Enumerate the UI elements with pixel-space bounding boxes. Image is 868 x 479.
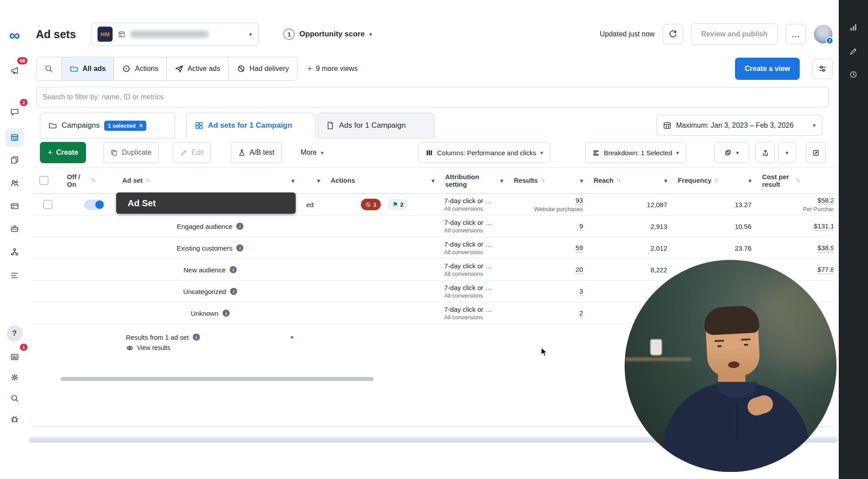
table-header-row: Off / On↑↓ Ad set↑↓▾ ▾ Actions▾ Attribut…	[33, 167, 833, 194]
sort-icon[interactable]: ↑↓	[796, 177, 799, 184]
cost-value[interactable]: $77.87	[817, 266, 833, 274]
chevron-down-icon[interactable]: ▾	[291, 178, 294, 184]
chevron-down-icon[interactable]: ▾	[580, 178, 583, 184]
export-button[interactable]	[755, 142, 775, 163]
row-checkbox[interactable]	[43, 200, 52, 209]
cost-value[interactable]: $131.12	[814, 222, 833, 231]
review-and-publish-button[interactable]: Review and publish	[691, 24, 778, 45]
target-icon	[122, 64, 131, 73]
selected-filter-badge[interactable]: 1 selected ×	[104, 121, 146, 131]
sidebar-item-report-bug[interactable]	[5, 410, 24, 428]
chevron-down-icon[interactable]: ▾	[431, 178, 434, 184]
sidebar-item-billing[interactable]	[5, 197, 24, 216]
tab-ads[interactable]: Ads for 1 Campaign	[317, 113, 434, 138]
column-cost-per-result[interactable]: Cost per result	[762, 173, 793, 188]
info-icon[interactable]: i	[236, 244, 243, 251]
sidebar-item-all-tools[interactable]	[5, 266, 24, 285]
horizontal-scrollbar[interactable]	[61, 377, 374, 381]
pencil-icon[interactable]	[849, 47, 858, 56]
view-tab-active-ads[interactable]: Active ads	[167, 57, 229, 80]
more-menu-button[interactable]: …	[786, 24, 806, 44]
info-icon[interactable]: i	[230, 266, 237, 273]
column-actions[interactable]: Actions	[331, 177, 355, 184]
breakdown-icon	[592, 149, 600, 157]
sidebar-item-updates[interactable]: 1	[5, 348, 24, 366]
sidebar-item-audiences[interactable]	[5, 174, 24, 192]
cost-value[interactable]: $58.26	[817, 196, 833, 205]
documents-icon	[10, 156, 19, 165]
create-a-view-button[interactable]: Create a view	[735, 58, 800, 80]
sidebar-item-settings[interactable]	[5, 368, 24, 387]
columns-dropdown[interactable]: Columns: Performance and clicks ▾	[418, 142, 550, 163]
breakdown-dropdown[interactable]: Breakdown: 1 Selected ▾	[585, 142, 686, 163]
view-settings-button[interactable]	[812, 59, 833, 79]
view-tab-all-ads[interactable]: All ads	[62, 57, 114, 80]
open-charts-button[interactable]	[806, 142, 825, 163]
column-reach[interactable]: Reach	[594, 177, 614, 184]
edit-button[interactable]: Edit	[173, 142, 211, 163]
ad-set-toggle[interactable]	[84, 200, 105, 210]
view-tab-actions[interactable]: Actions	[114, 57, 166, 80]
more-views-link[interactable]: + 9 more views	[307, 64, 358, 73]
results-value[interactable]: 3	[579, 287, 583, 296]
info-icon[interactable]: i	[223, 310, 230, 317]
chevron-down-icon[interactable]: ▾	[500, 178, 503, 184]
column-off-on[interactable]: Off / On	[67, 173, 88, 188]
export-options-dropdown[interactable]: ▾	[778, 142, 796, 163]
sort-icon[interactable]: ↑↓	[145, 177, 149, 184]
date-range-picker[interactable]: Maximum: Jan 3, 2023 – Feb 3, 2026 ▾	[656, 115, 822, 136]
column-results[interactable]: Results	[514, 177, 538, 184]
chevron-down-icon[interactable]: ▾	[664, 178, 667, 184]
chevron-down-icon[interactable]: ▾	[290, 334, 293, 340]
tab-ad-sets[interactable]: Ad sets for 1 Campaign	[186, 113, 316, 138]
results-value[interactable]: 59	[575, 244, 583, 252]
signal-bars-icon[interactable]	[849, 23, 858, 32]
sidebar-item-assets[interactable]	[5, 243, 24, 261]
close-icon[interactable]: ×	[139, 122, 143, 129]
tab-campaigns[interactable]: Campaigns 1 selected ×	[40, 113, 175, 138]
views-search-button[interactable]	[36, 57, 62, 80]
sidebar-item-ads-manager[interactable]	[5, 128, 24, 147]
chevron-down-icon[interactable]: ▾	[317, 178, 320, 184]
info-icon[interactable]: i	[193, 334, 200, 341]
create-button[interactable]: + Create	[40, 142, 86, 163]
ab-test-button[interactable]: A/B test	[231, 142, 282, 163]
rejected-ads-badge[interactable]: 1	[361, 199, 381, 210]
account-selector[interactable]: HM ▾	[91, 23, 258, 46]
column-frequency[interactable]: Frequency	[678, 177, 712, 184]
sidebar-item-business-tools[interactable]	[5, 220, 24, 238]
results-value[interactable]: 9	[579, 222, 583, 231]
select-all-checkbox[interactable]	[39, 176, 48, 185]
cost-value[interactable]: $38.97	[817, 244, 833, 252]
sidebar-item-announcements[interactable]: 68	[5, 61, 24, 80]
info-icon[interactable]: i	[236, 223, 243, 230]
sidebar-item-search[interactable]	[5, 389, 24, 408]
view-results-link[interactable]: View results	[126, 344, 293, 352]
column-ad-set[interactable]: Ad set	[122, 177, 143, 184]
sidebar-item-help[interactable]: ?	[5, 324, 24, 343]
sort-icon[interactable]: ↑↓	[91, 177, 94, 184]
account-name-blurred	[131, 31, 208, 38]
user-avatar[interactable]: f	[814, 25, 833, 43]
results-value[interactable]: 93	[575, 196, 583, 205]
results-value[interactable]: 20	[575, 266, 583, 274]
info-icon[interactable]: i	[230, 288, 237, 295]
view-tab-had-delivery[interactable]: Had delivery	[229, 57, 297, 80]
duplicate-button[interactable]: Duplicate	[103, 142, 159, 163]
opportunity-score[interactable]: 1 Opportunity score ▾	[283, 28, 372, 40]
clock-icon[interactable]	[849, 70, 858, 79]
flagged-ads-badge[interactable]: ⚑ 2	[388, 199, 408, 210]
sidebar-item-pages[interactable]	[5, 151, 24, 169]
results-value[interactable]: 2	[579, 309, 583, 318]
refresh-button[interactable]	[663, 24, 683, 44]
filter-input[interactable]	[43, 93, 822, 101]
sort-icon[interactable]: ↑↓	[714, 177, 718, 184]
more-dropdown[interactable]: More ▾	[293, 142, 331, 163]
sidebar-item-messages[interactable]: 2	[5, 103, 24, 122]
reports-button[interactable]: ▾	[714, 142, 749, 163]
sort-icon[interactable]: ↑↓	[540, 177, 544, 184]
meta-logo[interactable]: ∞	[5, 26, 24, 44]
column-attribution[interactable]: Attribution setting	[445, 173, 483, 188]
sort-icon[interactable]: ↑↓	[616, 177, 620, 184]
chevron-down-icon[interactable]: ▾	[748, 178, 751, 184]
